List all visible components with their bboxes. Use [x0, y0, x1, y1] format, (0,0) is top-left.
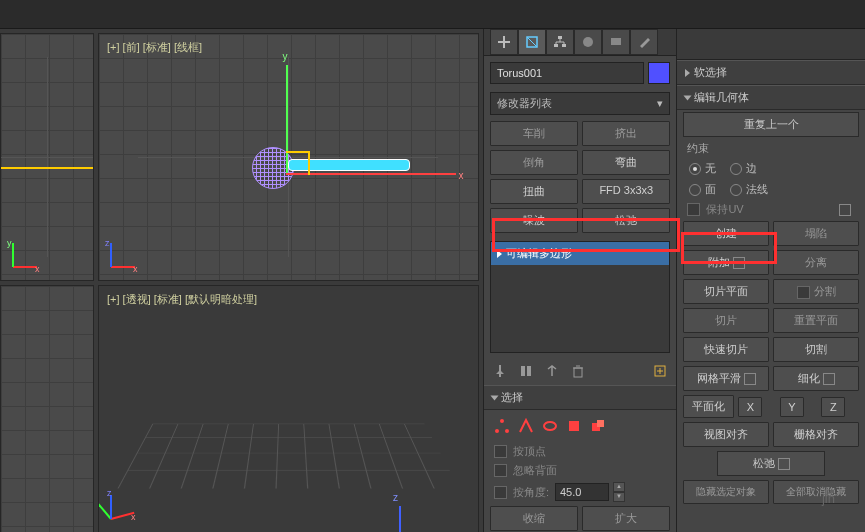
modifier-stack[interactable]: 可编辑多边形 — [490, 241, 671, 353]
ignore-backfacing-checkbox[interactable] — [494, 464, 507, 477]
stack-editable-poly[interactable]: 可编辑多边形 — [491, 242, 670, 265]
modifier-list-dropdown[interactable]: 修改器列表 ▾ — [490, 92, 671, 115]
planarize-z-button[interactable]: Z — [821, 397, 845, 417]
make-unique-icon[interactable] — [544, 363, 560, 379]
tab-utilities[interactable] — [630, 29, 658, 55]
svg-rect-2 — [554, 44, 558, 47]
pin-stack-icon[interactable] — [492, 363, 508, 379]
reset-plane-button[interactable]: 重置平面 — [773, 308, 859, 333]
configure-sets-icon[interactable] — [652, 363, 668, 379]
by-angle-checkbox[interactable] — [494, 486, 507, 499]
planarize-y-button[interactable]: Y — [780, 397, 804, 417]
angle-up-button[interactable]: ▲ — [613, 482, 625, 492]
expand-triangle-icon[interactable] — [497, 250, 502, 258]
soft-selection-label: 软选择 — [694, 65, 727, 80]
rollout-arrow-icon — [684, 95, 692, 100]
edit-geometry-panel: 软选择 编辑几何体 重复上一个 约束 无 边 面 法线 保持UV 创建 塌陷 附… — [676, 29, 865, 532]
hide-selected-button[interactable]: 隐藏选定对象 — [683, 480, 769, 504]
move-gizmo-front[interactable]: xy — [286, 65, 288, 175]
collapse-button[interactable]: 塌陷 — [773, 221, 859, 246]
relax-settings-icon[interactable] — [778, 458, 790, 470]
show-end-result-icon[interactable] — [518, 363, 534, 379]
grid-align-button[interactable]: 栅格对齐 — [773, 422, 859, 447]
axis-gizmo-front: x z — [107, 232, 147, 272]
mod-extrude-button[interactable]: 挤出 — [582, 121, 670, 146]
svg-rect-16 — [597, 420, 604, 427]
svg-point-4 — [583, 37, 593, 47]
angle-spinner-input[interactable] — [555, 483, 609, 501]
svg-rect-8 — [574, 368, 582, 377]
preserve-uv-checkbox[interactable] — [687, 203, 700, 216]
constraint-normal-radio[interactable]: 法线 — [730, 182, 768, 197]
axis-gizmo-top: x y — [9, 232, 49, 272]
edit-geometry-rollout[interactable]: 编辑几何体 — [677, 85, 865, 110]
polygon-level-icon[interactable] — [566, 418, 582, 434]
mod-ffd-button[interactable]: FFD 3x3x3 — [582, 179, 670, 204]
constraint-none-radio[interactable]: 无 — [689, 161, 716, 176]
object-color-swatch[interactable] — [648, 62, 670, 84]
viewport-front[interactable]: [+] [前] [标准] [线框] xy x z — [98, 33, 479, 281]
soft-selection-rollout[interactable]: 软选择 — [677, 60, 865, 85]
slice-button[interactable]: 切片 — [683, 308, 769, 333]
planarize-button[interactable]: 平面化 — [683, 395, 734, 418]
tessellate-button[interactable]: 细化 — [773, 366, 859, 391]
grow-selection-button[interactable]: 扩大 — [582, 506, 670, 531]
slice-plane-button[interactable]: 切片平面 — [683, 279, 769, 304]
unhide-all-button[interactable]: 全部取消隐藏 — [773, 480, 859, 504]
axis-gizmo-persp: x y z — [107, 484, 147, 524]
tab-create[interactable] — [490, 29, 518, 55]
ignore-backfacing-label: 忽略背面 — [513, 463, 557, 478]
modify-panel: 修改器列表 ▾ 车削 挤出 倒角 弯曲 扭曲 FFD 3x3x3 噪波 松弛 可… — [483, 29, 677, 532]
modifier-quick-buttons: 车削 挤出 倒角 弯曲 扭曲 FFD 3x3x3 噪波 松弛 — [484, 117, 677, 237]
mod-relax-button[interactable]: 松弛 — [582, 208, 670, 233]
create-button[interactable]: 创建 — [683, 221, 769, 246]
svg-rect-14 — [569, 421, 579, 431]
mod-noise-button[interactable]: 噪波 — [490, 208, 578, 233]
by-vertex-checkbox[interactable] — [494, 445, 507, 458]
viewport-top[interactable]: x y — [0, 33, 94, 281]
tessellate-settings-icon[interactable] — [823, 373, 835, 385]
viewport-left[interactable] — [0, 285, 94, 532]
rollout-arrow-icon — [490, 395, 498, 400]
edge-level-icon[interactable] — [518, 418, 534, 434]
preserve-uv-settings-icon[interactable] — [839, 204, 851, 216]
mod-twist-button[interactable]: 扭曲 — [490, 179, 578, 204]
preserve-uv-label: 保持UV — [706, 202, 743, 217]
msmooth-settings-icon[interactable] — [744, 373, 756, 385]
attach-button[interactable]: 附加 — [683, 250, 769, 275]
vertex-level-icon[interactable] — [494, 418, 510, 434]
object-name-input[interactable] — [490, 62, 645, 84]
viewport-front-label[interactable]: [+] [前] [标准] [线框] — [107, 40, 202, 55]
svg-rect-5 — [611, 38, 621, 45]
tab-motion[interactable] — [574, 29, 602, 55]
subobject-level-row — [484, 410, 677, 442]
quickslice-button[interactable]: 快速切片 — [683, 337, 769, 362]
attach-settings-icon[interactable] — [733, 257, 745, 269]
view-align-button[interactable]: 视图对齐 — [683, 422, 769, 447]
detach-button[interactable]: 分离 — [773, 250, 859, 275]
remove-modifier-icon[interactable] — [570, 363, 586, 379]
constraint-edge-radio[interactable]: 边 — [730, 161, 757, 176]
border-level-icon[interactable] — [542, 418, 558, 434]
svg-point-10 — [495, 429, 499, 433]
selection-rollout-header[interactable]: 选择 — [484, 385, 677, 410]
viewport-perspective[interactable]: [+] [透视] [标准] [默认明暗处理] z y x — [98, 285, 479, 532]
relax-button[interactable]: 松弛 — [717, 451, 825, 476]
svg-point-12 — [505, 429, 509, 433]
split-button[interactable]: 分割 — [773, 279, 859, 304]
constraint-face-radio[interactable]: 面 — [689, 182, 716, 197]
shrink-selection-button[interactable]: 收缩 — [490, 506, 578, 531]
mod-bend-button[interactable]: 弯曲 — [582, 150, 670, 175]
element-level-icon[interactable] — [590, 418, 606, 434]
tab-display[interactable] — [602, 29, 630, 55]
mod-lathe-button[interactable]: 车削 — [490, 121, 578, 146]
viewport-persp-label[interactable]: [+] [透视] [标准] [默认明暗处理] — [107, 292, 257, 307]
msmooth-button[interactable]: 网格平滑 — [683, 366, 769, 391]
repeat-last-button[interactable]: 重复上一个 — [683, 112, 859, 137]
planarize-x-button[interactable]: X — [738, 397, 762, 417]
mod-bevel-button[interactable]: 倒角 — [490, 150, 578, 175]
tab-modify[interactable] — [518, 29, 546, 55]
cut-button[interactable]: 切割 — [773, 337, 859, 362]
angle-down-button[interactable]: ▼ — [613, 492, 625, 502]
tab-hierarchy[interactable] — [546, 29, 574, 55]
